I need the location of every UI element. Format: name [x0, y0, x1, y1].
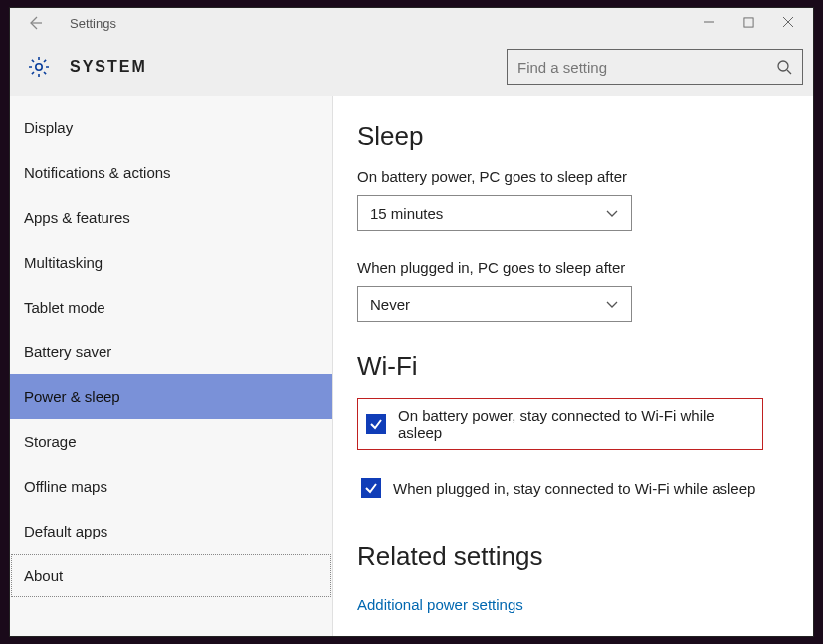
sidebar-item-display[interactable]: Display [10, 106, 332, 150]
sidebar-item-battery-saver[interactable]: Battery saver [10, 329, 332, 374]
battery-sleep-label: On battery power, PC goes to sleep after [357, 168, 789, 185]
window-title: Settings [70, 16, 116, 31]
sidebar-item-label: Tablet mode [24, 299, 105, 316]
sidebar-item-label: Multitasking [24, 254, 103, 271]
settings-gear-icon [26, 54, 52, 80]
header: SYSTEM Find a setting [10, 38, 813, 96]
titlebar: Settings [10, 8, 813, 38]
maximize-button[interactable] [737, 16, 759, 31]
svg-point-1 [36, 64, 42, 70]
section-heading-wifi: Wi-Fi [357, 351, 789, 382]
sidebar-item-label: Offline maps [24, 478, 107, 495]
sidebar: Display Notifications & actions Apps & f… [10, 96, 333, 636]
checkbox-label: When plugged in, stay connected to Wi-Fi… [393, 480, 755, 497]
sidebar-item-label: Power & sleep [24, 388, 120, 405]
header-title: SYSTEM [70, 58, 147, 76]
sidebar-item-notifications[interactable]: Notifications & actions [10, 150, 332, 195]
select-value: 15 minutes [370, 205, 443, 222]
chevron-down-icon [605, 297, 619, 311]
sidebar-item-label: Apps & features [24, 209, 130, 226]
wifi-battery-checkbox-row[interactable]: On battery power, stay connected to Wi-F… [357, 398, 763, 450]
svg-point-2 [778, 61, 788, 71]
checkbox-label: On battery power, stay connected to Wi-F… [398, 407, 754, 441]
sidebar-item-label: Storage [24, 433, 77, 450]
chevron-down-icon [605, 206, 619, 220]
search-icon [776, 59, 792, 75]
settings-window: Settings SYSTEM Find a setting Display N… [9, 7, 814, 637]
sidebar-item-label: Default apps [24, 523, 107, 539]
back-button[interactable] [18, 15, 52, 31]
sidebar-item-tablet-mode[interactable]: Tablet mode [10, 285, 332, 329]
sidebar-item-power-sleep[interactable]: Power & sleep [10, 374, 332, 419]
arrow-left-icon [27, 15, 43, 31]
check-icon [364, 481, 378, 495]
additional-power-settings-link[interactable]: Additional power settings [357, 596, 523, 613]
maximize-icon [743, 17, 754, 28]
minimize-icon [703, 16, 715, 28]
sidebar-item-label: About [24, 567, 63, 584]
battery-sleep-select[interactable]: 15 minutes [357, 195, 632, 231]
content-pane: Sleep On battery power, PC goes to sleep… [333, 96, 813, 636]
plugged-sleep-select[interactable]: Never [357, 286, 632, 322]
plugged-sleep-label: When plugged in, PC goes to sleep after [357, 259, 789, 276]
sidebar-item-offline-maps[interactable]: Offline maps [10, 464, 332, 509]
svg-rect-0 [743, 17, 752, 26]
search-placeholder: Find a setting [517, 59, 607, 76]
section-heading-sleep: Sleep [357, 121, 789, 152]
sidebar-item-multitasking[interactable]: Multitasking [10, 240, 332, 285]
sidebar-item-apps[interactable]: Apps & features [10, 195, 332, 240]
check-icon [369, 417, 383, 431]
sidebar-item-default-apps[interactable]: Default apps [10, 509, 332, 553]
sidebar-item-label: Notifications & actions [24, 164, 171, 181]
close-button[interactable] [777, 16, 799, 31]
sidebar-item-about[interactable]: About [10, 553, 332, 598]
checkbox-checked [361, 478, 381, 498]
section-heading-related: Related settings [357, 541, 789, 572]
search-input[interactable]: Find a setting [507, 49, 803, 85]
sidebar-item-label: Battery saver [24, 343, 111, 360]
sidebar-item-storage[interactable]: Storage [10, 419, 332, 464]
minimize-button[interactable] [698, 16, 720, 31]
wifi-plugged-checkbox-row[interactable]: When plugged in, stay connected to Wi-Fi… [357, 472, 789, 504]
select-value: Never [370, 296, 410, 313]
sidebar-item-label: Display [24, 119, 73, 136]
close-icon [782, 16, 794, 28]
checkbox-checked [366, 414, 386, 434]
